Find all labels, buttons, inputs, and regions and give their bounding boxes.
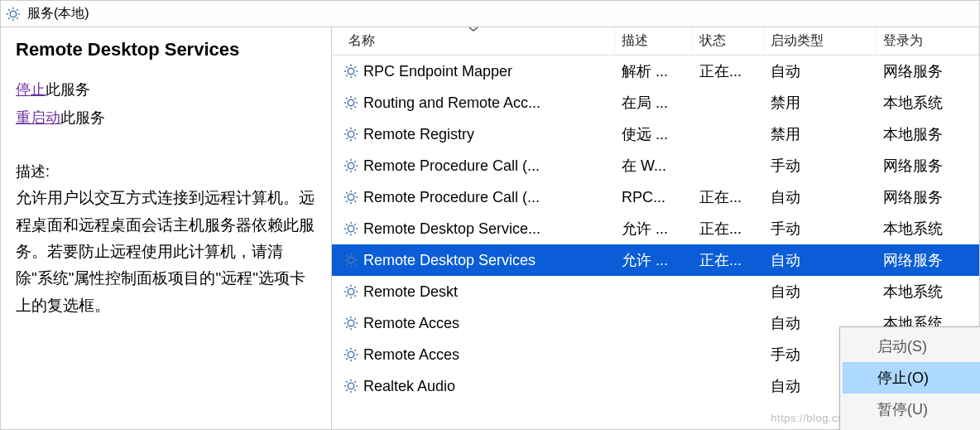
col-header-desc[interactable]: 描述 — [615, 27, 693, 55]
svg-line-23 — [346, 98, 348, 99]
list-pane: 名称 描述 状态 启动类型 登录为 RPC Endpoint Mapper解析 … — [332, 27, 979, 429]
svg-line-53 — [354, 192, 356, 194]
service-row[interactable]: Routing and Remote Acc...在局 ...禁用本地系统 — [332, 87, 979, 118]
svg-line-60 — [354, 232, 356, 234]
svg-line-59 — [346, 224, 348, 225]
svg-line-69 — [354, 263, 356, 265]
gear-icon — [343, 190, 358, 205]
svg-line-86 — [346, 318, 348, 320]
service-logon: 网络服务 — [877, 187, 979, 207]
svg-point-27 — [348, 131, 354, 138]
restart-link[interactable]: 重启动 — [16, 109, 60, 126]
service-logon: 本地系统 — [877, 219, 979, 239]
selected-service-title: Remote Desktop Services — [16, 39, 316, 60]
gear-icon — [343, 127, 358, 142]
svg-point-45 — [348, 194, 354, 201]
service-row[interactable]: RPC Endpoint Mapper解析 ...正在...自动网络服务 — [332, 56, 979, 87]
svg-line-17 — [354, 66, 356, 68]
service-row[interactable]: Remote Desktop Service...允许 ...正在...手动本地… — [332, 213, 979, 244]
tree-header-title: 服务(本地) — [27, 5, 89, 22]
service-name: Realtek Audio — [363, 378, 455, 395]
svg-line-26 — [354, 98, 356, 99]
svg-line-61 — [346, 232, 348, 234]
service-desc: 在 W... — [615, 156, 693, 176]
service-logon: 本地系统 — [877, 282, 979, 302]
gear-icon — [343, 221, 358, 236]
gear-icon — [343, 379, 358, 394]
svg-line-105 — [354, 389, 356, 391]
svg-line-95 — [346, 350, 348, 351]
service-desc: 允许 ... — [615, 250, 693, 270]
service-row[interactable]: Remote Registry使远 ...禁用本地服务 — [332, 118, 979, 150]
svg-line-15 — [354, 75, 356, 76]
stop-suffix: 此服务 — [46, 81, 90, 98]
svg-line-107 — [354, 381, 356, 383]
svg-line-80 — [354, 287, 356, 288]
svg-line-44 — [354, 161, 356, 162]
restart-suffix: 此服务 — [60, 109, 105, 126]
svg-line-41 — [346, 161, 348, 162]
svg-line-88 — [346, 326, 348, 328]
ctx-start: 启动(S) — [843, 331, 980, 362]
ctx-stop[interactable]: 停止(O) — [843, 362, 980, 394]
svg-point-99 — [348, 383, 354, 389]
col-header-status[interactable]: 状态 — [693, 27, 764, 55]
gear-icon — [343, 95, 358, 110]
service-name: RPC Endpoint Mapper — [363, 63, 512, 80]
service-status: 正在... — [693, 219, 764, 239]
svg-line-7 — [8, 17, 10, 19]
service-status: 正在... — [693, 61, 764, 81]
service-row[interactable]: Remote Desktop Services允许 ...正在...自动网络服务 — [332, 244, 979, 276]
service-startup: 手动 — [764, 219, 877, 239]
svg-line-79 — [346, 295, 348, 297]
service-name: Remote Desktop Service... — [363, 220, 540, 238]
service-startup: 自动 — [764, 250, 877, 270]
context-menu: 启动(S) 停止(O) 暂停(U) 恢复(M) — [839, 326, 980, 430]
svg-line-98 — [354, 350, 356, 351]
tree-header: 服务(本地) — [1, 1, 979, 27]
svg-line-6 — [17, 17, 18, 19]
svg-line-24 — [354, 106, 356, 108]
svg-line-35 — [354, 129, 356, 131]
col-header-name[interactable]: 名称 — [332, 27, 615, 55]
service-startup: 自动 — [764, 282, 877, 302]
svg-line-14 — [346, 66, 348, 68]
svg-line-16 — [346, 75, 348, 76]
svg-line-8 — [17, 9, 18, 11]
gear-icon — [6, 7, 21, 22]
service-row[interactable]: Remote Procedure Call (...RPC...正在...自动网… — [332, 181, 979, 213]
gear-icon — [343, 347, 358, 362]
gear-icon — [343, 64, 358, 79]
service-row[interactable]: Remote Procedure Call (...在 W...手动网络服务 — [332, 150, 979, 181]
service-name: Remote Procedure Call (... — [363, 189, 540, 206]
gear-icon — [343, 284, 358, 299]
column-headers: 名称 描述 状态 启动类型 登录为 — [332, 27, 979, 56]
sort-indicator — [468, 27, 478, 31]
service-desc: 使远 ... — [615, 124, 693, 144]
service-logon: 网络服务 — [877, 61, 979, 81]
svg-line-50 — [346, 192, 348, 194]
service-name: Remote Acces — [363, 346, 459, 364]
service-row[interactable]: Remote Deskt自动本地系统 — [332, 276, 979, 307]
svg-line-33 — [354, 138, 356, 139]
svg-line-77 — [346, 287, 348, 288]
stop-link[interactable]: 停止 — [16, 81, 46, 98]
service-desc: 在局 ... — [615, 93, 693, 113]
service-startup: 自动 — [764, 61, 877, 81]
service-status: 正在... — [693, 250, 764, 270]
service-name: Routing and Remote Acc... — [363, 94, 540, 112]
col-header-logon[interactable]: 登录为 — [877, 27, 979, 55]
svg-line-97 — [346, 358, 348, 360]
service-desc: 解析 ... — [615, 61, 693, 81]
svg-line-89 — [354, 318, 356, 320]
svg-point-36 — [348, 162, 354, 169]
gear-icon — [343, 253, 358, 268]
service-name: Remote Registry — [363, 126, 474, 143]
svg-line-71 — [354, 255, 356, 257]
svg-line-32 — [346, 129, 348, 131]
svg-line-43 — [346, 169, 348, 171]
svg-point-90 — [348, 351, 354, 358]
col-header-startup[interactable]: 启动类型 — [764, 27, 877, 55]
svg-line-96 — [354, 358, 356, 360]
service-logon: 本地系统 — [877, 93, 979, 113]
